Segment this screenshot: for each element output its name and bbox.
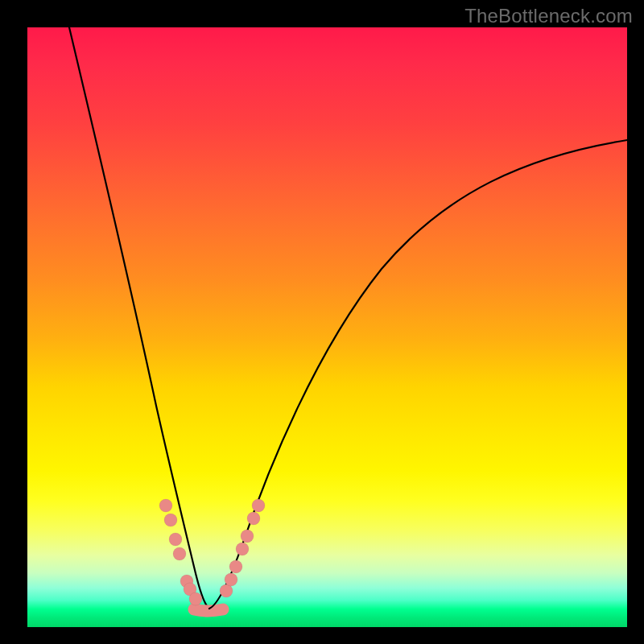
watermark-text: TheBottleneck.com [464, 5, 633, 27]
marker-dot [173, 547, 186, 560]
marker-dot [225, 573, 237, 586]
chart-frame: TheBottleneck.com [0, 0, 644, 644]
marker-dot [164, 514, 177, 526]
marker-dot [241, 530, 254, 543]
marker-dot [229, 560, 242, 573]
marker-dot [220, 584, 233, 597]
marker-dot [252, 499, 265, 512]
plot-area [27, 27, 627, 627]
marker-dot [169, 533, 182, 546]
marker-dot [247, 512, 260, 525]
left-curve [69, 27, 209, 609]
chart-svg [27, 27, 627, 627]
marker-dot [236, 543, 249, 555]
marker-dot [189, 592, 202, 605]
right-curve [209, 140, 627, 609]
floor-segment [194, 609, 223, 611]
marker-dot [159, 499, 172, 512]
